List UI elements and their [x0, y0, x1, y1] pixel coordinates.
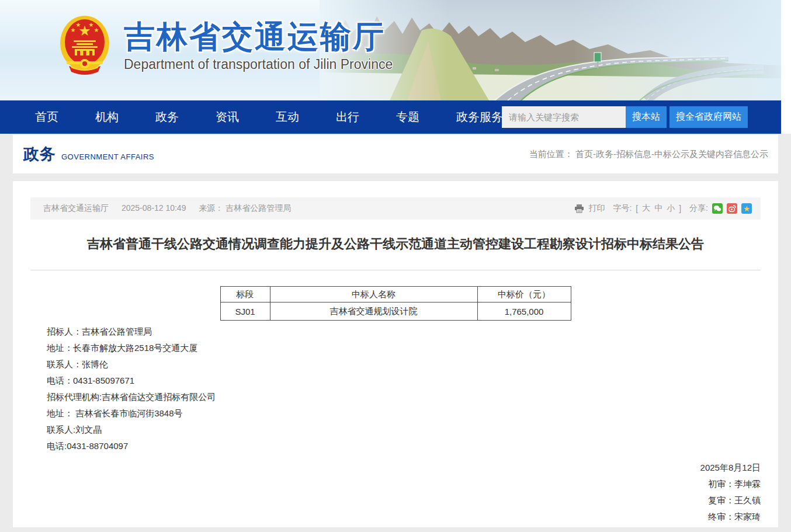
info-line-agency-address: 地址： 吉林省长春市临河街3848号: [47, 405, 778, 422]
share-label: 分享:: [689, 203, 708, 214]
site-brand[interactable]: ★ ★ ★ ★ ★: [58, 14, 393, 77]
font-size-small[interactable]: 小: [667, 203, 675, 214]
site-subtitle: Department of transportation of Jilin Pr…: [124, 57, 393, 72]
breadcrumb-path[interactable]: 首页-政务-招标信息-中标公示及关键内容信息公示: [575, 149, 768, 159]
nav-item-news[interactable]: 资讯: [216, 109, 239, 125]
page: ★ ★ ★ ★ ★: [0, 0, 791, 532]
publish-datetime: 2025-08-12 10:49: [122, 203, 186, 213]
cell-winner: 吉林省交通规划设计院: [270, 302, 477, 321]
font-size-large[interactable]: 大: [642, 203, 650, 214]
nav-item-interact[interactable]: 互动: [276, 109, 299, 125]
scrollbar[interactable]: [781, 0, 791, 134]
info-line-agency-phone: 电话:0431-88704097: [47, 438, 778, 454]
nav-item-travel[interactable]: 出行: [336, 109, 359, 125]
svg-text:★: ★: [71, 27, 76, 33]
svg-text:★: ★: [76, 22, 81, 28]
print-button[interactable]: 打印: [588, 203, 605, 214]
article-container: 吉林省交通运输厅 2025-08-12 10:49 来源： 吉林省公路管理局 打…: [13, 181, 778, 527]
info-line-agency-contact: 联系人:刘文晶: [47, 422, 778, 438]
column-header-winner: 中标人名称: [270, 287, 477, 302]
info-line-tenderer: 招标人：吉林省公路管理局: [47, 324, 778, 340]
section-subtitle: GOVERNMENT AFFAIRS: [61, 152, 154, 161]
svg-text:★: ★: [94, 27, 99, 33]
svg-text:★: ★: [89, 22, 94, 28]
signoff-block: 2025年8月12日 初审：李坤霖 复审：王久镇 终审：宋家琦: [13, 460, 778, 525]
article-meta-bar: 吉林省交通运输厅 2025-08-12 10:49 来源： 吉林省公路管理局 打…: [30, 197, 761, 220]
qzone-share-icon[interactable]: ★: [741, 203, 752, 214]
title-divider: [30, 270, 761, 270]
contact-info-block: 招标人：吉林省公路管理局 地址：长春市解放大路2518号交通大厦 联系人：张博伦…: [13, 324, 778, 454]
section-title: 政务: [23, 144, 56, 165]
breadcrumb-label: 当前位置：: [529, 149, 573, 159]
info-line-contact: 联系人：张博伦: [47, 356, 778, 373]
info-line-agency: 招标代理机构:吉林省信达交通招标有限公司: [47, 389, 778, 405]
info-line-phone: 电话：0431-85097671: [47, 373, 778, 389]
search-gov-button[interactable]: 搜全省政府网站: [669, 106, 748, 128]
reviewer-first: 初审：李坤霖: [13, 476, 761, 492]
site-title: 吉林省交通运输厅: [124, 20, 393, 54]
breadcrumb: 当前位置： 首页-政务-招标信息-中标公示及关键内容信息公示: [529, 149, 768, 160]
column-header-section: 标段: [220, 287, 270, 302]
site-header: ★ ★ ★ ★ ★: [0, 0, 781, 100]
reviewer-second: 复审：王久镇: [13, 492, 761, 509]
search-site-button[interactable]: 搜本站: [626, 106, 667, 128]
info-line-address: 地址：长春市解放大路2518号交通大厦: [47, 340, 778, 356]
printer-icon: [574, 204, 584, 213]
reviewer-final: 终审：宋家琦: [13, 509, 761, 525]
search-input[interactable]: [502, 106, 626, 128]
article-title: 吉林省普通干线公路交通情况调查能力提升及公路干线示范通道主动管控建设工程勘察设计…: [36, 235, 755, 253]
column-header-price: 中标价（元）: [477, 287, 571, 302]
nav-item-gov[interactable]: 政务: [155, 109, 179, 125]
wechat-share-icon[interactable]: [712, 203, 723, 214]
nav-item-home[interactable]: 首页: [35, 109, 58, 125]
bid-result-table: 标段 中标人名称 中标价（元） SJ01 吉林省交通规划设计院 1,765,00…: [220, 286, 571, 321]
font-size-medium[interactable]: 中: [654, 203, 662, 214]
font-size-bracket-open: [: [636, 204, 638, 213]
cell-section: SJ01: [220, 302, 270, 321]
main-navigation: 首页 机构 政务 资讯 互动 出行 专题 政务服务 搜本站 搜全省政府网站: [0, 100, 781, 134]
breadcrumb-bar: 政务 GOVERNMENT AFFAIRS 当前位置： 首页-政务-招标信息-中…: [13, 135, 778, 173]
font-size-label: 字号:: [613, 203, 632, 214]
cell-price: 1,765,000: [477, 302, 571, 321]
search-bar: 搜本站 搜全省政府网站: [502, 106, 748, 128]
announcement-date: 2025年8月12日: [13, 460, 761, 476]
national-emblem-logo: ★ ★ ★ ★ ★: [58, 14, 111, 77]
nav-item-orgs[interactable]: 机构: [95, 109, 119, 125]
nav-item-services[interactable]: 政务服务: [456, 109, 503, 125]
weibo-share-icon[interactable]: [727, 203, 737, 214]
font-size-bracket-close: ]: [679, 204, 681, 213]
table-row: SJ01 吉林省交通规划设计院 1,765,000: [220, 302, 571, 321]
source-name: 吉林省公路管理局: [225, 203, 291, 213]
source-label: 来源：: [199, 203, 223, 213]
publisher: 吉林省交通运输厅: [43, 203, 109, 213]
table-header-row: 标段 中标人名称 中标价（元）: [220, 287, 571, 302]
nav-item-topics[interactable]: 专题: [396, 109, 419, 125]
